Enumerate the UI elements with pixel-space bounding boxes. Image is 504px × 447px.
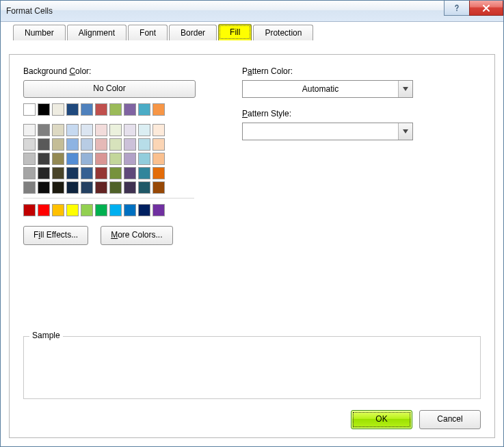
tabs: NumberAlignmentFontBorderFillProtection xyxy=(13,24,315,40)
color-swatch[interactable] xyxy=(124,103,136,116)
no-color-button[interactable]: No Color xyxy=(23,80,196,98)
color-swatch[interactable] xyxy=(66,204,79,216)
chevron-down-icon xyxy=(398,123,412,140)
pattern-color-value: Automatic xyxy=(243,84,398,94)
color-swatch[interactable] xyxy=(38,138,50,151)
color-swatch[interactable] xyxy=(152,181,165,194)
color-swatch[interactable] xyxy=(81,167,93,179)
window-title: Format Cells xyxy=(6,6,53,16)
color-swatch[interactable] xyxy=(52,181,64,194)
color-swatch[interactable] xyxy=(81,181,93,194)
color-swatch[interactable] xyxy=(138,167,150,179)
color-swatch[interactable] xyxy=(152,204,165,216)
color-swatch[interactable] xyxy=(124,204,136,216)
color-swatch[interactable] xyxy=(23,103,36,116)
color-swatch[interactable] xyxy=(95,181,107,194)
more-colors-button[interactable]: More Colors... xyxy=(101,226,172,245)
color-swatch[interactable] xyxy=(124,138,136,151)
color-swatch[interactable] xyxy=(23,204,36,216)
color-swatch[interactable] xyxy=(81,138,93,151)
color-swatch[interactable] xyxy=(109,103,122,116)
color-swatch[interactable] xyxy=(52,138,64,151)
titlebar[interactable]: Format Cells xyxy=(1,1,503,22)
color-swatch[interactable] xyxy=(66,103,79,116)
color-swatch[interactable] xyxy=(152,138,165,151)
color-swatch[interactable] xyxy=(109,181,122,194)
color-swatch[interactable] xyxy=(109,204,122,216)
color-swatch[interactable] xyxy=(38,153,50,165)
tab-border[interactable]: Border xyxy=(169,25,217,40)
tab-number[interactable]: Number xyxy=(13,25,66,40)
color-swatch[interactable] xyxy=(138,181,150,194)
color-swatch[interactable] xyxy=(152,153,165,165)
tab-alignment[interactable]: Alignment xyxy=(67,25,127,40)
color-swatch[interactable] xyxy=(23,124,36,136)
pattern-color-combo[interactable]: Automatic xyxy=(242,80,413,98)
cancel-button[interactable]: Cancel xyxy=(419,410,481,429)
theme-color-swatches xyxy=(23,103,201,194)
color-swatch[interactable] xyxy=(138,124,150,136)
color-swatch[interactable] xyxy=(66,124,79,136)
color-swatch[interactable] xyxy=(109,124,122,136)
color-swatch[interactable] xyxy=(38,124,50,136)
color-swatch[interactable] xyxy=(138,103,150,116)
pattern-style-label: Pattern Style: xyxy=(242,109,420,118)
fill-effects-button[interactable]: Fill Effects... xyxy=(23,226,88,245)
color-swatch[interactable] xyxy=(38,103,50,116)
color-swatch[interactable] xyxy=(66,167,79,179)
color-swatch[interactable] xyxy=(124,167,136,179)
background-color-label: Background Color: xyxy=(23,66,201,76)
color-swatch[interactable] xyxy=(23,167,36,179)
color-swatch[interactable] xyxy=(95,138,107,151)
color-swatch[interactable] xyxy=(95,204,107,216)
color-swatch[interactable] xyxy=(152,124,165,136)
color-swatch[interactable] xyxy=(23,153,36,165)
color-swatch[interactable] xyxy=(81,124,93,136)
color-swatch[interactable] xyxy=(138,204,150,216)
help-button[interactable] xyxy=(444,1,469,16)
color-swatch[interactable] xyxy=(52,103,64,116)
sample-label: Sample xyxy=(29,331,63,340)
color-swatch[interactable] xyxy=(124,124,136,136)
color-swatch[interactable] xyxy=(23,138,36,151)
color-swatch[interactable] xyxy=(152,167,165,179)
color-swatch[interactable] xyxy=(124,153,136,165)
svg-point-0 xyxy=(456,10,457,11)
format-cells-dialog: Format Cells NumberAlignmentFontBorderFi… xyxy=(0,0,504,447)
separator xyxy=(23,198,194,199)
tab-font[interactable]: Font xyxy=(128,25,168,40)
color-swatch[interactable] xyxy=(152,103,165,116)
color-swatch[interactable] xyxy=(23,181,36,194)
color-swatch[interactable] xyxy=(52,124,64,136)
color-swatch[interactable] xyxy=(138,153,150,165)
close-button[interactable] xyxy=(469,1,503,16)
color-swatch[interactable] xyxy=(109,153,122,165)
color-swatch[interactable] xyxy=(109,138,122,151)
color-swatch[interactable] xyxy=(95,167,107,179)
color-swatch[interactable] xyxy=(52,167,64,179)
color-swatch[interactable] xyxy=(81,153,93,165)
color-swatch[interactable] xyxy=(66,181,79,194)
tab-panel: Background Color: No Color Fill Effects.… xyxy=(9,54,495,438)
color-swatch[interactable] xyxy=(95,103,107,116)
color-swatch[interactable] xyxy=(81,103,93,116)
tab-fill[interactable]: Fill xyxy=(218,24,252,40)
color-swatch[interactable] xyxy=(38,167,50,179)
color-swatch[interactable] xyxy=(124,181,136,194)
color-swatch[interactable] xyxy=(52,153,64,165)
standard-color-swatches xyxy=(23,204,201,216)
color-swatch[interactable] xyxy=(95,124,107,136)
color-swatch[interactable] xyxy=(138,138,150,151)
ok-button[interactable]: OK xyxy=(351,410,412,429)
pattern-style-combo[interactable] xyxy=(242,123,413,140)
color-swatch[interactable] xyxy=(66,153,79,165)
color-swatch[interactable] xyxy=(38,181,50,194)
color-swatch[interactable] xyxy=(109,167,122,179)
color-swatch[interactable] xyxy=(66,138,79,151)
color-swatch[interactable] xyxy=(38,204,50,216)
pattern-color-label: Pattern Color: xyxy=(242,66,420,76)
tab-protection[interactable]: Protection xyxy=(253,25,313,40)
color-swatch[interactable] xyxy=(81,204,93,216)
color-swatch[interactable] xyxy=(52,204,64,216)
color-swatch[interactable] xyxy=(95,153,107,165)
